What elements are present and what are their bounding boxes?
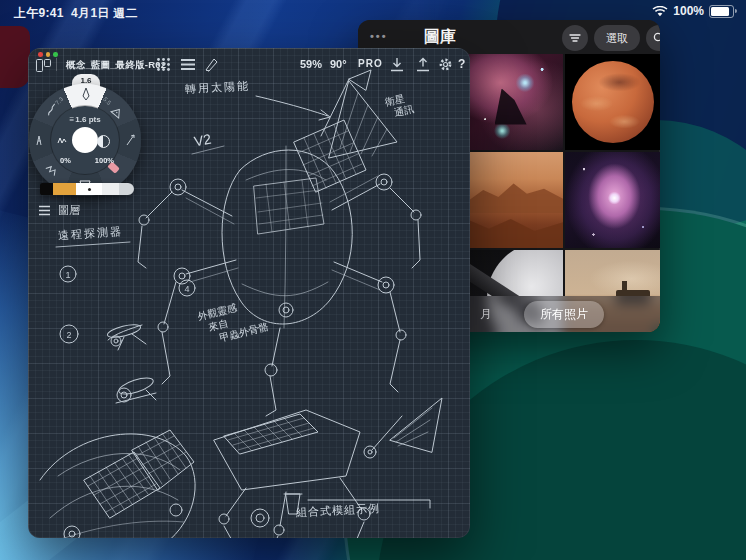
status-time-date: 上午9:41 4月1日 週二 [14,5,138,22]
photo-grid [468,54,660,332]
wifi-icon [652,6,668,17]
marker-tool-icon[interactable] [35,134,44,146]
layers-label: 圖層 [58,203,80,218]
pencil-tool-icon [81,88,91,100]
color-swatch-bar [40,183,134,195]
window-controls-dots[interactable]: ••• [370,30,388,42]
marker-4: 4 [184,284,189,294]
opacity-max-label: 100% [95,156,114,165]
screen: 上午9:41 4月1日 週二 100% ••• 圖庫 選取 [0,0,746,560]
settings-gear-icon[interactable] [438,57,453,72]
search-button[interactable] [646,25,660,51]
desert-ridge-2 [468,208,563,248]
sketch-closeup-hull [40,430,195,538]
grid-view-icon[interactable] [156,57,171,72]
desert-ridge [468,181,563,214]
zoom-window-icon[interactable] [53,52,58,57]
pro-badge[interactable]: PRO [358,58,383,69]
opacity-min-label: 0% [60,156,71,165]
document-title[interactable]: 概念_藍圖_最終版-R02 [66,59,166,72]
pen-mode-icon[interactable] [204,57,219,72]
marker-2: 2 [66,330,71,340]
photo-thumbnail-orion-nebula[interactable] [565,152,660,248]
tool-wheel-center[interactable]: ≡ 1.6 pts 0% 100% [51,106,119,174]
swatch-black[interactable] [40,183,53,195]
tool-wheel[interactable]: 1.6 7.3 5.5 8.9 [29,84,141,196]
gallery-icon[interactable] [36,59,51,72]
filter-button[interactable] [562,25,588,51]
status-date: 4月1日 週二 [71,6,138,20]
tab-all-photos[interactable]: 所有照片 [524,301,604,328]
swatch-lightgray[interactable] [102,183,119,195]
marker-1: 1 [65,270,70,280]
battery-percent: 100% [673,4,704,18]
window-traffic-lights[interactable] [38,52,58,57]
mars-globe [572,61,654,143]
selection-tool-icon[interactable] [126,134,136,146]
status-time: 上午9:41 [14,6,64,20]
import-icon[interactable] [390,57,404,72]
selected-tool-size: 1.6 [72,76,100,85]
swatch-white-selected[interactable] [76,183,102,195]
photo-thumbnail-mars-desert[interactable] [468,152,563,248]
concepts-window: 1 2 4 [28,48,470,538]
sketch-main-robot [138,70,421,416]
photo-thumbnail-mars-globe[interactable] [565,54,660,150]
photo-thumbnail-horsehead-nebula[interactable] [468,54,563,150]
export-icon[interactable] [416,57,430,72]
swatch-gray[interactable] [119,183,134,195]
battery-icon [709,5,734,18]
zoom-level[interactable]: 59% [300,58,322,70]
pressure-icon [57,136,67,145]
help-button[interactable]: ? [458,57,465,71]
select-button[interactable]: 選取 [594,25,640,51]
filter-icon [569,33,581,43]
layers-button[interactable]: 圖層 [38,203,80,218]
photos-title: 圖庫 [424,27,456,48]
annotation-version: V2 [193,131,213,150]
swatch-amber[interactable] [53,183,76,195]
toolbar-divider [56,58,57,71]
tab-month[interactable]: 月 [474,301,498,328]
color-puck[interactable] [72,127,98,153]
close-icon[interactable] [38,52,43,57]
nebula-dark-cloud [495,89,527,125]
canvas-rotation[interactable]: 90° [330,58,347,70]
minimize-icon[interactable] [46,52,51,57]
opacity-icon [97,135,110,148]
wallpaper-red-shape [0,26,30,88]
stroke-size-label: ≡ 1.6 pts [51,115,119,124]
layers-menu-icon [38,205,51,216]
menu-icon[interactable] [180,58,196,71]
search-icon [653,32,660,44]
selected-swatch-dot [88,188,91,191]
